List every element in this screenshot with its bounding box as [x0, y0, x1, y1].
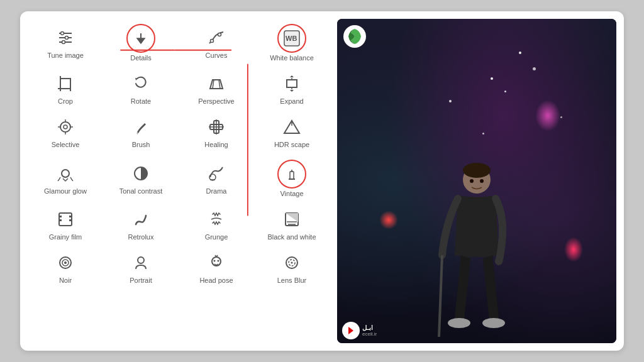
- details-label: Details: [130, 54, 152, 62]
- svg-point-5: [62, 41, 65, 44]
- curves-label: Curves: [206, 52, 228, 60]
- noir-label: Noir: [59, 277, 72, 285]
- person-silhouette: [426, 155, 527, 343]
- grainy-film-icon: [54, 208, 77, 231]
- tool-brush[interactable]: Brush: [103, 111, 179, 154]
- expand-icon: [280, 72, 303, 95]
- black-and-white-label: Black and white: [267, 233, 316, 241]
- svg-point-58: [218, 260, 219, 261]
- tool-drama[interactable]: Drama: [179, 155, 254, 203]
- tool-perspective[interactable]: Perspective: [179, 67, 254, 111]
- portrait-label: Portrait: [130, 277, 152, 285]
- lens-blur-label: Lens Blur: [277, 277, 306, 285]
- svg-point-70: [448, 318, 470, 328]
- selective-icon: [54, 116, 77, 138]
- watermark-logo-icon: [342, 322, 360, 339]
- tool-white-balance[interactable]: WB White balance: [254, 19, 330, 67]
- healing-icon: [205, 116, 228, 138]
- curves-icon: [205, 26, 228, 49]
- tool-noir[interactable]: Noir: [28, 246, 103, 290]
- svg-point-73: [480, 179, 484, 183]
- portrait-icon: [130, 251, 152, 274]
- tonal-contrast-icon: [130, 162, 152, 185]
- crop-icon: [54, 72, 77, 95]
- tool-rotate[interactable]: Rotate: [103, 67, 179, 111]
- svg-rect-21: [287, 80, 297, 87]
- glow-right1: [535, 100, 560, 131]
- photo-container: ابـل ecell.ir: [337, 19, 616, 343]
- svg-rect-48: [69, 219, 72, 221]
- brush-icon: [130, 116, 152, 138]
- tool-details[interactable]: Details: [103, 19, 179, 67]
- svg-text:WB: WB: [286, 35, 297, 42]
- svg-marker-18: [210, 80, 223, 89]
- svg-point-63: [291, 261, 293, 263]
- svg-rect-12: [60, 79, 70, 89]
- watermark-site: ابـل: [362, 324, 377, 331]
- tool-curves[interactable]: Curves: [179, 19, 254, 67]
- svg-marker-25: [290, 90, 294, 92]
- retrolux-label: Retrolux: [128, 233, 154, 241]
- brush-label: Brush: [132, 141, 150, 149]
- svg-point-8: [211, 40, 214, 43]
- svg-point-72: [470, 179, 474, 183]
- black-and-white-icon: [280, 208, 303, 231]
- tool-retrolux[interactable]: Retrolux: [103, 203, 179, 246]
- svg-rect-46: [59, 219, 62, 221]
- tool-grunge[interactable]: Grunge: [179, 203, 254, 246]
- svg-point-4: [65, 36, 69, 40]
- tool-tune-image[interactable]: Tune image: [28, 19, 103, 67]
- tool-grainy-film[interactable]: Grainy film: [28, 203, 103, 246]
- tool-black-and-white[interactable]: Black and white: [254, 203, 330, 246]
- noir-icon: [54, 251, 77, 274]
- tool-healing[interactable]: Healing: [179, 111, 254, 154]
- tool-tonal-contrast[interactable]: Tonal contrast: [103, 155, 179, 203]
- grunge-icon: [205, 208, 228, 231]
- tool-expand[interactable]: Expand: [254, 67, 330, 111]
- watermark-domain: ecell.ir: [362, 331, 377, 337]
- tool-lens-blur[interactable]: Lens Blur: [254, 246, 330, 290]
- details-icon: [126, 24, 155, 53]
- perspective-icon: [205, 72, 228, 95]
- drama-icon: [205, 162, 228, 185]
- tool-glamour-glow[interactable]: Glamour glow: [28, 155, 103, 203]
- svg-rect-45: [59, 216, 62, 217]
- svg-point-3: [61, 32, 64, 35]
- expand-label: Expand: [280, 97, 303, 106]
- glamour-glow-icon: [54, 162, 77, 185]
- svg-marker-24: [290, 75, 294, 77]
- tool-selective[interactable]: Selective: [28, 111, 103, 154]
- svg-point-9: [218, 33, 221, 36]
- svg-point-55: [138, 257, 144, 263]
- glow-right2: [564, 237, 583, 262]
- tool-hdr-scape[interactable]: HDR scape: [254, 111, 330, 154]
- glamour-glow-label: Glamour glow: [44, 187, 87, 195]
- tool-head-pose[interactable]: Head pose: [179, 246, 254, 290]
- watermark: ابـل ecell.ir: [342, 322, 377, 339]
- svg-point-27: [64, 125, 67, 129]
- rotate-label: Rotate: [131, 97, 151, 106]
- svg-point-68: [463, 163, 491, 178]
- white-balance-icon: WB: [277, 24, 306, 53]
- selective-label: Selective: [52, 141, 80, 149]
- tune-image-label: Tune image: [47, 52, 84, 60]
- svg-point-71: [482, 318, 505, 328]
- svg-point-54: [64, 261, 67, 264]
- tool-crop[interactable]: Crop: [28, 67, 103, 111]
- tool-portrait[interactable]: Portrait: [103, 246, 179, 290]
- white-balance-label: White balance: [270, 54, 314, 62]
- tool-vintage[interactable]: Vintage: [254, 155, 330, 203]
- retrolux-icon: [130, 208, 152, 231]
- grunge-label: Grunge: [205, 233, 228, 241]
- drama-label: Drama: [206, 187, 226, 195]
- tonal-contrast-label: Tonal contrast: [119, 187, 162, 195]
- svg-point-38: [62, 170, 69, 177]
- left-panel: Tune image Details Curves WB: [28, 19, 330, 343]
- svg-marker-7: [137, 38, 145, 43]
- grainy-film-label: Grainy film: [49, 233, 82, 241]
- snapseed-logo: [343, 25, 366, 48]
- tools-grid: Tune image Details Curves WB: [28, 19, 330, 290]
- photo-background: [337, 19, 616, 343]
- vintage-icon: [277, 160, 306, 189]
- right-panel: ابـل ecell.ir: [337, 19, 616, 343]
